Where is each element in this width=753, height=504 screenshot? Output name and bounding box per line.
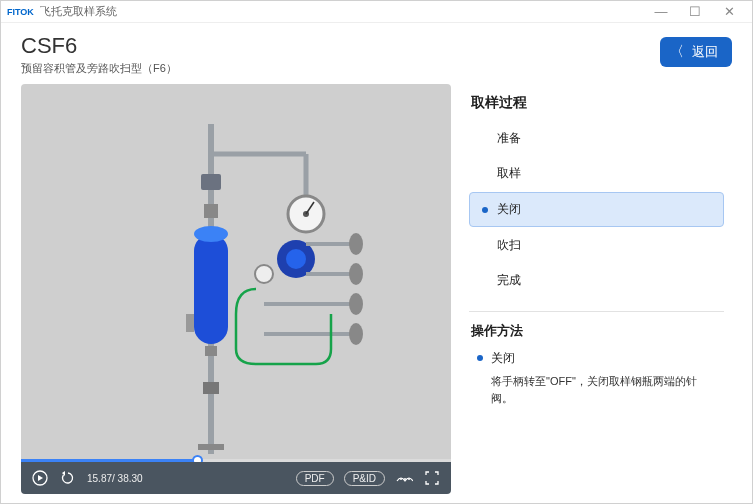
process-step[interactable]: 取样 (469, 157, 724, 190)
method-item-name: 关闭 (491, 350, 718, 367)
fullscreen-button[interactable] (423, 469, 441, 487)
pid-button[interactable]: P&ID (344, 471, 385, 486)
apparatus-diagram (156, 114, 366, 454)
chevron-left-icon: 〈 (670, 43, 684, 61)
svg-point-20 (194, 226, 228, 242)
svg-point-28 (400, 478, 402, 480)
back-button[interactable]: 〈 返回 (660, 37, 732, 67)
divider (469, 311, 724, 312)
svg-point-29 (404, 478, 406, 480)
method-item: 关闭 将手柄转至"OFF"，关闭取样钢瓶两端的针阀。 (469, 350, 724, 406)
svg-point-16 (349, 293, 363, 315)
page-header: CSF6 预留容积管及旁路吹扫型（F6） 〈 返回 (1, 23, 752, 84)
svg-point-10 (255, 265, 273, 283)
process-step[interactable]: 准备 (469, 122, 724, 155)
play-button[interactable] (31, 469, 49, 487)
svg-rect-24 (198, 444, 224, 450)
svg-rect-19 (194, 234, 228, 344)
process-step[interactable]: 吹扫 (469, 229, 724, 262)
diagram-canvas[interactable] (21, 84, 451, 462)
svg-rect-4 (204, 204, 218, 218)
side-panel: 取样过程 准备取样关闭吹扫完成 操作方法 关闭 将手柄转至"OFF"，关闭取样钢… (465, 84, 732, 502)
svg-point-12 (349, 233, 363, 255)
replay-button[interactable] (59, 469, 77, 487)
titlebar: FITOK 飞托克取样系统 — ☐ ✕ (1, 1, 752, 23)
svg-rect-22 (186, 314, 194, 332)
player-controls: 15.87/ 38.30 PDF P&ID (21, 462, 451, 494)
process-step[interactable]: 完成 (469, 264, 724, 297)
window-title: 飞托克取样系统 (40, 4, 117, 19)
process-step[interactable]: 关闭 (469, 192, 724, 227)
minimize-button[interactable]: — (644, 4, 678, 19)
svg-point-30 (408, 478, 410, 480)
page-subtitle: 预留容积管及旁路吹扫型（F6） (21, 61, 660, 76)
svg-point-9 (286, 249, 306, 269)
svg-rect-23 (203, 382, 219, 394)
process-title: 取样过程 (469, 88, 724, 122)
time-display: 15.87/ 38.30 (87, 473, 143, 484)
svg-point-18 (349, 323, 363, 345)
svg-marker-26 (38, 475, 43, 481)
close-button[interactable]: ✕ (712, 4, 746, 19)
app-logo: FITOK (7, 7, 34, 17)
pdf-button[interactable]: PDF (296, 471, 334, 486)
svg-rect-21 (205, 346, 217, 356)
back-label: 返回 (692, 43, 718, 61)
method-item-desc: 将手柄转至"OFF"，关闭取样钢瓶两端的针阀。 (491, 373, 718, 406)
page-title: CSF6 (21, 33, 660, 59)
svg-point-14 (349, 263, 363, 285)
viewer-panel: 15.87/ 38.30 PDF P&ID (21, 84, 451, 494)
view-toggle-button[interactable] (395, 469, 413, 487)
maximize-button[interactable]: ☐ (678, 4, 712, 19)
method-title: 操作方法 (469, 322, 724, 350)
svg-rect-3 (201, 174, 221, 190)
